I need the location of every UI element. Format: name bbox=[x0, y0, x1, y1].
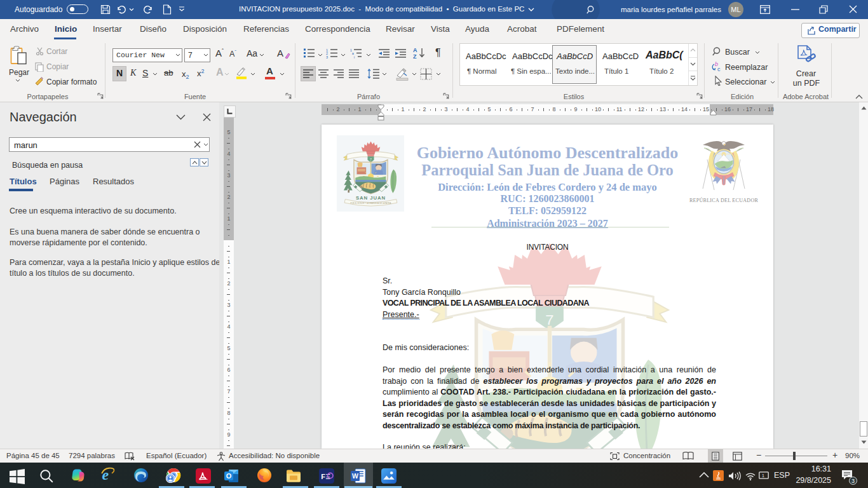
svg-text:W: W bbox=[352, 472, 358, 480]
svg-text:1: 1 bbox=[762, 473, 764, 478]
svg-text:Z: Z bbox=[413, 53, 417, 59]
svg-text:c: c bbox=[717, 66, 721, 72]
svg-text:3: 3 bbox=[326, 55, 328, 59]
svg-text:A: A bbox=[413, 47, 417, 53]
svg-text:O: O bbox=[226, 472, 232, 480]
svg-text:F: F bbox=[321, 473, 325, 480]
svg-text:i: i bbox=[354, 55, 355, 59]
